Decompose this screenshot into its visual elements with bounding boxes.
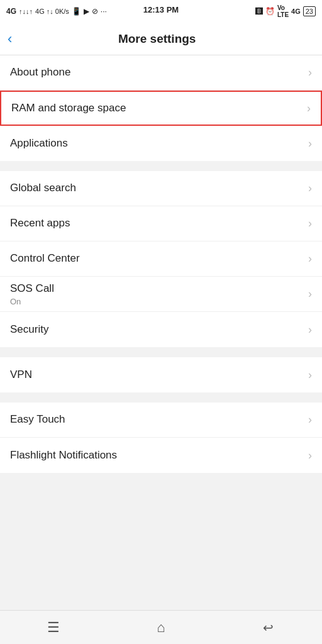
- lte-label: VoLTE: [277, 4, 289, 18]
- applications-label: Applications: [10, 136, 68, 150]
- chevron-icon-easy-touch: ›: [308, 413, 312, 426]
- about-phone-label: About phone: [10, 65, 70, 79]
- section-features: Global search › Recent apps › Control Ce…: [0, 171, 322, 347]
- sos-call-sublabel: On: [10, 297, 54, 306]
- settings-item-global-search[interactable]: Global search ›: [0, 171, 322, 206]
- chevron-icon-flashlight-notifications: ›: [308, 449, 312, 462]
- screen-record-icon: ▶: [84, 7, 89, 16]
- flashlight-notifications-label: Flashlight Notifications: [10, 448, 117, 462]
- hamburger-icon: ☰: [47, 619, 60, 636]
- back-button[interactable]: ‹: [8, 27, 18, 51]
- item-content-global-search: Global search: [10, 181, 76, 195]
- item-content-easy-touch: Easy Touch: [10, 413, 65, 426]
- chevron-icon-ram-storage: ›: [307, 102, 311, 115]
- item-content-security: Security: [10, 323, 48, 336]
- settings-item-security[interactable]: Security ›: [0, 312, 322, 347]
- header: ‹ More settings: [0, 23, 322, 55]
- content-padding: [0, 483, 322, 527]
- status-right: 🅱 ⏰ VoLTE 4G 23: [255, 4, 316, 18]
- chevron-icon-control-center: ›: [308, 252, 312, 265]
- nav-back-button[interactable]: ↩: [250, 615, 287, 640]
- page-title: More settings: [18, 32, 296, 46]
- easy-touch-label: Easy Touch: [10, 413, 65, 426]
- section-accessibility: Easy Touch › Flashlight Notifications ›: [0, 402, 322, 473]
- chevron-icon-about-phone: ›: [308, 66, 312, 79]
- whatsapp-icon: 📱: [72, 7, 81, 16]
- settings-item-control-center[interactable]: Control Center ›: [0, 242, 322, 277]
- settings-item-ram-storage[interactable]: RAM and storage space ›: [0, 91, 322, 126]
- settings-item-about-phone[interactable]: About phone ›: [0, 55, 322, 91]
- home-icon: ⌂: [157, 619, 165, 636]
- vpn-label: VPN: [10, 368, 32, 382]
- settings-content: About phone › RAM and storage space › Ap…: [0, 55, 322, 527]
- more-icon: ···: [101, 7, 107, 16]
- item-content-about-phone: About phone: [10, 65, 70, 79]
- signal-text: 4G: [6, 7, 16, 16]
- chevron-icon-sos-call: ›: [308, 287, 312, 301]
- settings-item-vpn[interactable]: VPN ›: [0, 357, 322, 392]
- status-bar: 4G ↑↓↓↑ 4G ↑↓ 0K/s 📱 ▶ ⊘ ··· 12:13 PM 🅱 …: [0, 0, 322, 23]
- back-nav-icon: ↩: [263, 620, 274, 635]
- battery-indicator: 23: [303, 6, 316, 16]
- gap-4: [0, 478, 322, 483]
- chevron-icon-vpn: ›: [308, 369, 312, 382]
- item-content-control-center: Control Center: [10, 252, 80, 265]
- gap-3: [0, 397, 322, 402]
- chevron-icon-security: ›: [308, 323, 312, 336]
- item-content-vpn: VPN: [10, 368, 32, 382]
- status-time: 12:13 PM: [143, 5, 179, 14]
- nav-menu-button[interactable]: ☰: [35, 615, 72, 640]
- global-search-label: Global search: [10, 181, 76, 195]
- status-left: 4G ↑↓↓↑ 4G ↑↓ 0K/s 📱 ▶ ⊘ ···: [6, 7, 107, 16]
- settings-item-sos-call[interactable]: SOS Call On ›: [0, 277, 322, 312]
- dnd-icon: ⊘: [92, 7, 98, 16]
- ram-storage-label: RAM and storage space: [11, 101, 126, 115]
- section-device: About phone › RAM and storage space › Ap…: [0, 55, 322, 161]
- item-content-ram-storage: RAM and storage space: [11, 101, 126, 115]
- gap-2: [0, 352, 322, 357]
- item-content-applications: Applications: [10, 136, 68, 150]
- sos-call-label: SOS Call: [10, 282, 54, 296]
- bluetooth-icon: 🅱: [255, 7, 263, 16]
- 4g-label: 4G: [291, 8, 301, 15]
- item-content-flashlight-notifications: Flashlight Notifications: [10, 448, 117, 462]
- chevron-icon-applications: ›: [308, 137, 312, 150]
- nav-home-button[interactable]: ⌂: [142, 615, 180, 640]
- chevron-icon-global-search: ›: [308, 182, 312, 195]
- item-content-sos-call: SOS Call On: [10, 282, 54, 306]
- section-vpn: VPN ›: [0, 357, 322, 392]
- gap-1: [0, 166, 322, 171]
- item-content-recent-apps: Recent apps: [10, 216, 70, 230]
- recent-apps-label: Recent apps: [10, 216, 70, 230]
- bottom-nav: ☰ ⌂ ↩: [0, 610, 322, 644]
- settings-item-applications[interactable]: Applications ›: [0, 126, 322, 161]
- control-center-label: Control Center: [10, 252, 80, 265]
- signal-bars: ↑↓↓↑: [19, 8, 33, 15]
- alarm-icon: ⏰: [265, 7, 275, 16]
- data-speed: 4G ↑↓ 0K/s: [35, 8, 69, 15]
- security-label: Security: [10, 323, 48, 336]
- settings-item-flashlight-notifications[interactable]: Flashlight Notifications ›: [0, 438, 322, 473]
- settings-item-easy-touch[interactable]: Easy Touch ›: [0, 402, 322, 438]
- settings-item-recent-apps[interactable]: Recent apps ›: [0, 206, 322, 242]
- chevron-icon-recent-apps: ›: [308, 217, 312, 230]
